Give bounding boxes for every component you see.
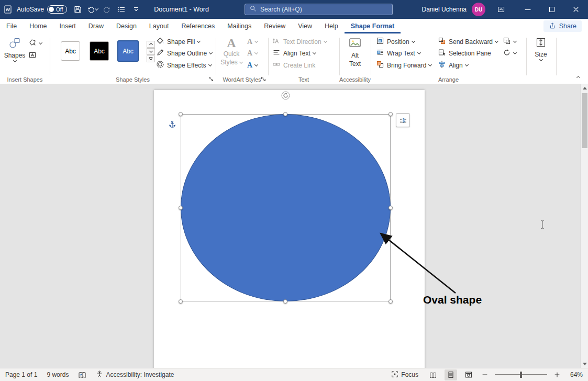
group-shape-styles: Abc Abc Abc Shape Fill bbox=[50, 33, 216, 84]
group-objects-button[interactable] bbox=[503, 36, 516, 47]
read-mode-button[interactable] bbox=[427, 369, 439, 380]
position-button[interactable]: Position bbox=[376, 36, 415, 47]
vertical-scrollbar[interactable] bbox=[580, 84, 588, 368]
gallery-more-button[interactable] bbox=[147, 55, 155, 62]
page-indicator[interactable]: Page 1 of 1 bbox=[5, 371, 37, 378]
focus-mode-button[interactable]: Focus bbox=[391, 371, 418, 379]
minimize-button[interactable] bbox=[516, 0, 540, 19]
accessibility-status-button[interactable]: Accessibility: Investigate bbox=[96, 370, 174, 379]
scroll-down-button[interactable] bbox=[581, 360, 588, 368]
text-effects-button[interactable]: A bbox=[247, 60, 258, 71]
shapes-button[interactable]: Shapes bbox=[2, 33, 27, 62]
tab-insert[interactable]: Insert bbox=[53, 19, 82, 33]
align-button[interactable]: Align bbox=[438, 60, 468, 71]
tab-review[interactable]: Review bbox=[258, 19, 292, 33]
shape-fill-button[interactable]: Shape Fill bbox=[156, 36, 200, 47]
tab-mailings[interactable]: Mailings bbox=[221, 19, 258, 33]
send-backward-button[interactable]: Send Backward bbox=[438, 36, 498, 47]
share-button[interactable]: Share bbox=[543, 20, 582, 32]
resize-handle-middle-left[interactable] bbox=[179, 206, 183, 210]
resize-handle-top-left[interactable] bbox=[179, 112, 183, 116]
collapse-ribbon-button[interactable] bbox=[573, 73, 583, 81]
chevron-down-icon bbox=[208, 62, 212, 66]
save-button[interactable] bbox=[70, 2, 85, 17]
avatar[interactable]: DU bbox=[472, 3, 485, 16]
user-name[interactable]: Daniel Uchenna bbox=[422, 6, 467, 13]
text-box-button[interactable] bbox=[28, 50, 37, 61]
zoom-in-button[interactable] bbox=[552, 369, 562, 380]
proofing-status-button[interactable] bbox=[78, 371, 86, 379]
shape-outline-button[interactable]: Shape Outline bbox=[156, 48, 212, 59]
undo-button[interactable] bbox=[85, 2, 99, 17]
tab-file[interactable]: File bbox=[0, 19, 23, 33]
scroll-up-button[interactable] bbox=[581, 84, 588, 92]
shape-style-theme-1[interactable]: Abc bbox=[61, 41, 80, 61]
maximize-button[interactable] bbox=[540, 0, 564, 19]
zoom-out-button[interactable] bbox=[480, 369, 490, 380]
search-input[interactable] bbox=[260, 6, 388, 13]
word-count[interactable]: 9 words bbox=[47, 371, 69, 378]
layout-options-button[interactable] bbox=[396, 113, 410, 127]
oval-shape[interactable] bbox=[181, 114, 391, 301]
rotation-handle[interactable] bbox=[281, 91, 290, 100]
autosave-control[interactable]: AutoSave Off bbox=[17, 5, 67, 14]
document-page[interactable] bbox=[154, 90, 425, 368]
tab-draw[interactable]: Draw bbox=[82, 19, 110, 33]
ribbon-display-options-button[interactable] bbox=[494, 2, 508, 17]
tab-references[interactable]: References bbox=[175, 19, 221, 33]
bring-forward-button[interactable]: Bring Forward bbox=[376, 60, 431, 71]
tab-shape-format[interactable]: Shape Format bbox=[345, 19, 401, 33]
scrollbar-thumb[interactable] bbox=[582, 93, 587, 148]
document-canvas[interactable]: Oval shape bbox=[0, 84, 588, 368]
zoom-slider[interactable] bbox=[495, 374, 547, 375]
autosave-toggle[interactable]: Off bbox=[47, 5, 67, 14]
tab-home[interactable]: Home bbox=[23, 19, 53, 33]
resize-handle-bottom-right[interactable] bbox=[389, 299, 393, 304]
resize-handle-bottom-left[interactable] bbox=[179, 299, 183, 304]
wrap-text-button[interactable]: Wrap Text bbox=[376, 48, 420, 59]
chevron-down-icon bbox=[239, 60, 243, 63]
redo-button[interactable] bbox=[99, 2, 114, 17]
quick-styles-button[interactable]: A Quick Styles bbox=[219, 33, 244, 66]
resize-handle-top-middle[interactable] bbox=[283, 112, 287, 116]
text-fill-button[interactable]: A bbox=[247, 36, 258, 47]
tab-design[interactable]: Design bbox=[110, 19, 143, 33]
text-outline-button[interactable]: A bbox=[247, 48, 258, 59]
resize-handle-bottom-middle[interactable] bbox=[283, 299, 287, 304]
print-layout-button[interactable] bbox=[445, 369, 457, 380]
gallery-scroll-up-button[interactable] bbox=[147, 41, 155, 48]
tab-layout[interactable]: Layout bbox=[143, 19, 175, 33]
zoom-level[interactable]: 64% bbox=[567, 371, 583, 378]
alt-text-button[interactable]: Alt Text bbox=[342, 33, 368, 68]
annotation-label: Oval shape bbox=[423, 294, 482, 306]
shape-style-theme-2[interactable]: Abc bbox=[90, 41, 109, 61]
edit-shape-button[interactable] bbox=[28, 38, 42, 49]
tab-help[interactable]: Help bbox=[318, 19, 345, 33]
text-box-icon bbox=[28, 51, 37, 61]
title-bar: AutoSave Off Document1 - Word bbox=[0, 0, 588, 19]
close-button[interactable] bbox=[564, 0, 588, 19]
shape-effects-label: Shape Effects bbox=[167, 62, 206, 69]
create-link-button[interactable]: Create Link bbox=[272, 60, 315, 71]
undo-dropdown-chevron-icon[interactable] bbox=[95, 7, 98, 10]
selection-pane-button[interactable]: Selection Pane bbox=[438, 48, 491, 59]
search-box[interactable] bbox=[245, 4, 393, 15]
gallery-scroll-down-button[interactable] bbox=[147, 48, 155, 55]
resize-handle-top-right[interactable] bbox=[389, 112, 393, 116]
shape-effects-button[interactable]: Shape Effects bbox=[156, 60, 212, 71]
rotate-objects-button[interactable] bbox=[503, 48, 516, 59]
web-layout-button[interactable] bbox=[462, 369, 475, 380]
accessibility-person-icon bbox=[96, 370, 103, 379]
word-logo-icon[interactable] bbox=[0, 2, 16, 17]
tab-view[interactable]: View bbox=[292, 19, 318, 33]
align-text-button[interactable]: Align Text bbox=[272, 48, 316, 59]
zoom-slider-thumb[interactable] bbox=[520, 372, 522, 378]
resize-handle-middle-right[interactable] bbox=[389, 206, 393, 210]
customize-toolbar-button[interactable] bbox=[129, 2, 143, 17]
chevron-down-icon bbox=[513, 39, 517, 42]
quick-access-list-icon[interactable] bbox=[114, 2, 129, 17]
chevron-down-icon bbox=[324, 39, 327, 42]
shape-style-theme-3-selected[interactable]: Abc bbox=[117, 40, 139, 62]
text-direction-button[interactable]: Text Direction bbox=[272, 36, 327, 47]
size-button[interactable]: Size bbox=[528, 33, 553, 61]
